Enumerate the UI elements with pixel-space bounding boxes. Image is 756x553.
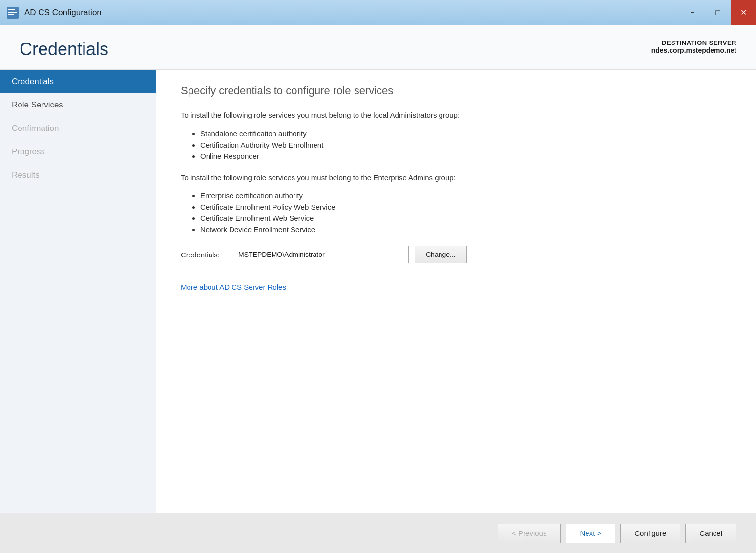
credentials-input[interactable] (233, 246, 409, 263)
more-info-link[interactable]: More about AD CS Server Roles (181, 283, 286, 291)
maximize-button[interactable]: □ (705, 0, 731, 25)
sidebar-item-results: Results (0, 164, 156, 187)
list-item: Network Device Enrollment Service (200, 224, 732, 235)
sidebar-item-credentials[interactable]: Credentials (0, 70, 156, 93)
title-bar-left: AD CS Configuration (6, 6, 102, 20)
window-title: AD CS Configuration (24, 8, 102, 18)
app-icon (6, 6, 20, 20)
next-button[interactable]: Next > (566, 524, 615, 543)
previous-button[interactable]: < Previous (498, 524, 561, 543)
main-panel: Specify credentials to configure role se… (156, 70, 756, 513)
list-item: Standalone certification authority (200, 128, 732, 139)
footer: < Previous Next > Configure Cancel (0, 513, 756, 553)
list-item: Enterprise certification authority (200, 190, 732, 201)
list-item: Online Responder (200, 150, 732, 162)
configure-button[interactable]: Configure (620, 524, 680, 543)
credentials-label: Credentials: (181, 251, 227, 259)
main-window: Credentials DESTINATION SERVER ndes.corp… (0, 25, 756, 553)
enterprise-admin-list: Enterprise certification authority Certi… (200, 190, 732, 235)
sidebar-item-progress: Progress (0, 140, 156, 164)
enterprise-admin-intro: To install the following role services y… (181, 172, 732, 184)
cancel-button[interactable]: Cancel (685, 524, 736, 543)
list-item: Certification Authority Web Enrollment (200, 139, 732, 150)
server-info: DESTINATION SERVER ndes.corp.mstepdemo.n… (651, 39, 736, 54)
section-heading: Specify credentials to configure role se… (181, 85, 732, 97)
local-admin-list: Standalone certification authority Certi… (200, 128, 732, 162)
close-button[interactable]: ✕ (731, 0, 756, 25)
window-controls: − □ ✕ (680, 0, 756, 25)
svg-rect-2 (8, 12, 17, 13)
header-area: Credentials DESTINATION SERVER ndes.corp… (0, 25, 756, 70)
svg-rect-1 (8, 9, 15, 10)
sidebar-item-confirmation: Confirmation (0, 117, 156, 140)
credentials-row: Credentials: Change... (181, 246, 732, 263)
server-label: DESTINATION SERVER (651, 39, 736, 46)
list-item: Certificate Enrollment Web Service (200, 213, 732, 224)
sidebar: Credentials Role Services Confirmation P… (0, 70, 156, 513)
server-name: ndes.corp.mstepdemo.net (651, 46, 736, 54)
title-bar: AD CS Configuration − □ ✕ (0, 0, 756, 25)
page-title: Credentials (20, 39, 108, 60)
sidebar-item-role-services[interactable]: Role Services (0, 93, 156, 117)
local-admin-intro: To install the following role services y… (181, 110, 732, 121)
minimize-button[interactable]: − (680, 0, 705, 25)
content-area: Credentials Role Services Confirmation P… (0, 70, 756, 513)
list-item: Certificate Enrollment Policy Web Servic… (200, 201, 732, 213)
change-button[interactable]: Change... (415, 246, 467, 263)
svg-rect-3 (8, 14, 14, 15)
